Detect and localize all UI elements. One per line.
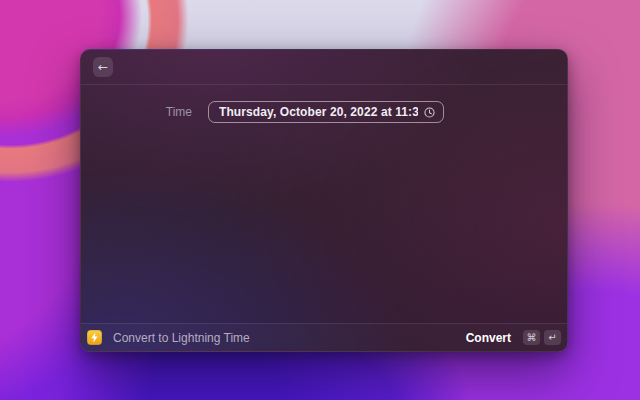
time-value: Thursday, October 20, 2022 at 11:38 PM [219,105,418,119]
cmd-key-icon: ⌘ [523,330,540,345]
window-header: ← [81,50,567,85]
clock-icon[interactable] [424,107,435,118]
time-datepicker-field[interactable]: Thursday, October 20, 2022 at 11:38 PM [208,101,444,123]
form-area: Time Thursday, October 20, 2022 at 11:38… [81,85,567,323]
back-button[interactable]: ← [93,57,113,77]
return-key-icon: ↵ [544,330,561,345]
lightning-bolt-icon [87,330,102,345]
back-arrow-icon: ← [98,61,108,73]
raycast-window: ← Time Thursday, October 20, 2022 at 11:… [80,49,568,352]
time-form-row: Time Thursday, October 20, 2022 at 11:38… [81,101,567,123]
convert-action[interactable]: Convert ⌘ ↵ [466,330,561,345]
action-bar: Convert to Lightning Time Convert ⌘ ↵ [81,323,567,351]
desktop-wallpaper: ← Time Thursday, October 20, 2022 at 11:… [0,0,640,400]
convert-label: Convert [466,331,511,345]
command-title: Convert to Lightning Time [113,331,250,345]
time-label: Time [81,105,208,119]
